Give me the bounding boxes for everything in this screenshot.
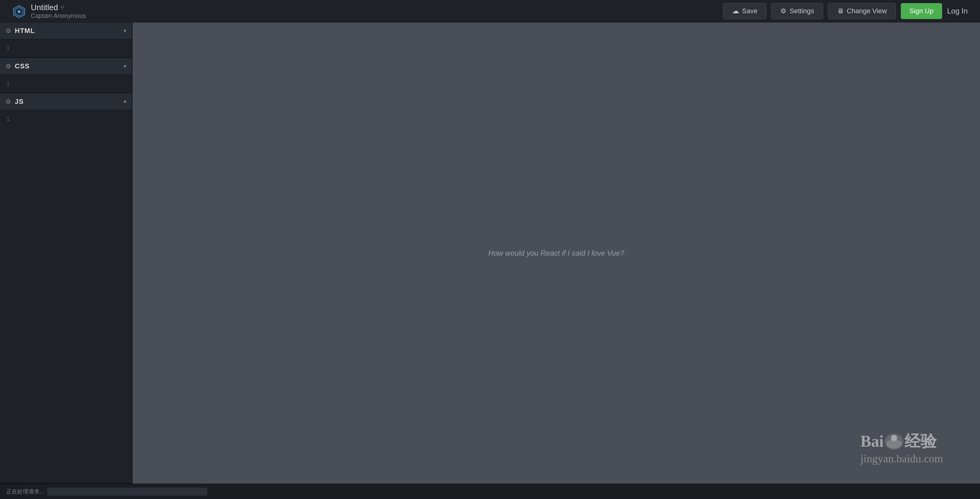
login-label: Log In bbox=[947, 7, 968, 15]
change-view-button[interactable]: 🖥 Change View bbox=[828, 3, 896, 19]
status-progress-bar bbox=[47, 488, 207, 496]
gear-icon: ⚙ bbox=[780, 7, 786, 15]
login-button[interactable]: Log In bbox=[947, 7, 968, 15]
cloud-icon: ☁ bbox=[732, 7, 739, 15]
js-label: JS bbox=[15, 98, 24, 106]
js-editor-header[interactable]: ⚙ JS ▾ bbox=[0, 93, 132, 110]
css-editor-header[interactable]: ⚙ CSS ▾ bbox=[0, 58, 132, 75]
js-header-left: ⚙ JS bbox=[6, 98, 24, 106]
main-content: ⚙ HTML ▾ 1 ⚙ CSS ▾ 1 bbox=[0, 22, 980, 484]
css-label: CSS bbox=[15, 62, 30, 70]
app-subtitle: Captain Anonymous bbox=[31, 12, 86, 19]
html-editor-body[interactable]: 1 bbox=[0, 40, 132, 57]
header-right: ☁ Save ⚙ Settings 🖥 Change View Sign Up … bbox=[723, 3, 968, 19]
status-text: 正在处理请求... bbox=[6, 488, 44, 495]
js-editor-section: ⚙ JS ▾ 1 bbox=[0, 93, 132, 484]
html-header-left: ⚙ HTML bbox=[6, 27, 35, 35]
fork-icon: ⑂ bbox=[60, 4, 64, 11]
html-gear-icon[interactable]: ⚙ bbox=[6, 27, 11, 35]
js-chevron-icon: ▾ bbox=[124, 98, 126, 105]
js-line-1: 1 bbox=[0, 114, 132, 124]
html-chevron-icon: ▾ bbox=[124, 27, 126, 34]
html-editor-header[interactable]: ⚙ HTML ▾ bbox=[0, 22, 132, 40]
signup-label: Sign Up bbox=[909, 7, 934, 15]
logo-icon bbox=[12, 4, 26, 18]
monitor-icon: 🖥 bbox=[837, 7, 844, 15]
svg-point-2 bbox=[18, 10, 21, 13]
signup-button[interactable]: Sign Up bbox=[901, 3, 942, 19]
js-editor-body[interactable]: 1 bbox=[0, 110, 132, 483]
html-line-1: 1 bbox=[0, 44, 132, 53]
header-left: Untitled ⑂ Captain Anonymous bbox=[12, 3, 86, 19]
app-title: Untitled ⑂ bbox=[31, 3, 86, 12]
css-chevron-icon: ▾ bbox=[124, 63, 126, 70]
css-gear-icon[interactable]: ⚙ bbox=[6, 62, 11, 70]
baidu-text: Bai 经验 bbox=[861, 431, 943, 452]
editors-panel: ⚙ HTML ▾ 1 ⚙ CSS ▾ 1 bbox=[0, 22, 132, 484]
css-header-left: ⚙ CSS bbox=[6, 62, 30, 70]
settings-label: Settings bbox=[789, 7, 814, 15]
change-view-label: Change View bbox=[847, 7, 887, 15]
baidu-url: jingyan.baidu.com bbox=[861, 452, 943, 465]
css-line-1: 1 bbox=[0, 79, 132, 88]
css-editor-body[interactable]: 1 bbox=[0, 75, 132, 93]
js-gear-icon[interactable]: ⚙ bbox=[6, 98, 11, 105]
baidu-watermark: Bai 经验 jingyan.baidu.com bbox=[861, 431, 943, 465]
preview-tagline: How would you React if I said I love Vue… bbox=[488, 249, 624, 257]
status-bar: 正在处理请求... bbox=[0, 484, 980, 499]
preview-panel: How would you React if I said I love Vue… bbox=[132, 22, 980, 484]
html-editor-section: ⚙ HTML ▾ 1 bbox=[0, 22, 132, 58]
save-button[interactable]: ☁ Save bbox=[723, 3, 767, 19]
settings-button[interactable]: ⚙ Settings bbox=[772, 3, 823, 19]
html-label: HTML bbox=[15, 27, 35, 35]
title-text: Untitled bbox=[31, 3, 58, 12]
title-block: Untitled ⑂ Captain Anonymous bbox=[31, 3, 86, 19]
save-label: Save bbox=[742, 7, 757, 15]
header: Untitled ⑂ Captain Anonymous ☁ Save ⚙ Se… bbox=[0, 0, 980, 22]
css-editor-section: ⚙ CSS ▾ 1 bbox=[0, 58, 132, 93]
